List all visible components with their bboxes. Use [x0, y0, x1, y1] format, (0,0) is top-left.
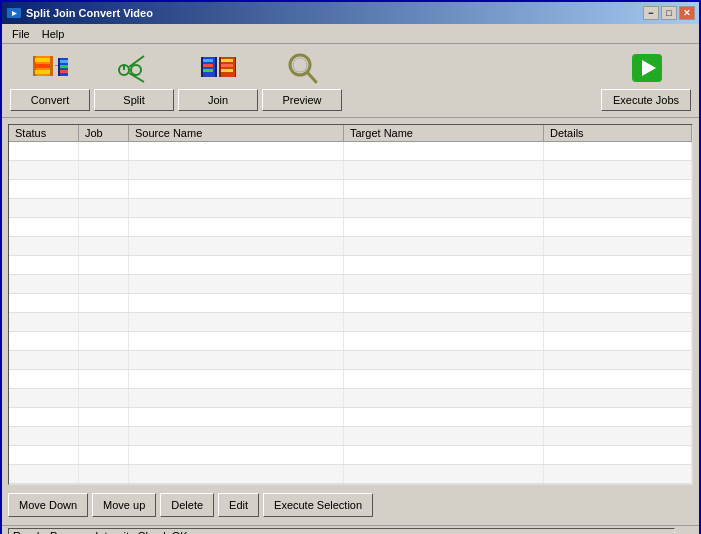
table-cell [544, 218, 692, 236]
table-cell [129, 465, 344, 483]
close-button[interactable]: ✕ [679, 6, 695, 20]
table-cell [344, 237, 544, 255]
move-down-button[interactable]: Move Down [8, 493, 88, 517]
status-text: Ready. Program Integrity Check OK. [8, 528, 675, 535]
execute-jobs-tool: Execute Jobs [601, 50, 691, 111]
execute-jobs-button[interactable]: Execute Jobs [601, 89, 691, 111]
svg-point-33 [293, 58, 307, 72]
table-row[interactable] [9, 275, 692, 294]
table-cell [544, 408, 692, 426]
table-row[interactable] [9, 427, 692, 446]
table-cell [344, 351, 544, 369]
svg-rect-21 [201, 57, 203, 77]
move-up-button[interactable]: Move up [92, 493, 156, 517]
status-bar: Ready. Program Integrity Check OK. [2, 525, 699, 534]
svg-line-34 [307, 72, 316, 82]
table-cell [544, 199, 692, 217]
table-row[interactable] [9, 351, 692, 370]
svg-rect-14 [60, 70, 68, 73]
table-row[interactable] [9, 408, 692, 427]
table-row[interactable] [9, 256, 692, 275]
table-cell [544, 161, 692, 179]
table-row[interactable] [9, 465, 692, 484]
table-cell [9, 294, 79, 312]
preview-button[interactable]: Preview [262, 89, 342, 111]
table-row[interactable] [9, 370, 692, 389]
table-cell [129, 180, 344, 198]
convert-tool: → Convert [10, 50, 90, 111]
table-row[interactable] [9, 294, 692, 313]
table-row[interactable] [9, 446, 692, 465]
table-cell [129, 351, 344, 369]
table-cell [79, 427, 129, 445]
svg-rect-13 [60, 65, 68, 68]
table-row[interactable] [9, 199, 692, 218]
split-button[interactable]: Split [94, 89, 174, 111]
svg-rect-31 [221, 69, 233, 72]
table-cell [129, 389, 344, 407]
table-row[interactable] [9, 389, 692, 408]
execute-btn-inner: Execute Jobs [601, 50, 691, 111]
resize-grip[interactable] [679, 529, 693, 535]
bottom-buttons: Move Down Move up Delete Edit Execute Se… [8, 491, 693, 519]
table-row[interactable] [9, 142, 692, 161]
table-cell [344, 332, 544, 350]
table-cell [344, 465, 544, 483]
table-cell [544, 370, 692, 388]
table-cell [129, 218, 344, 236]
split-tool: Split [94, 50, 174, 111]
svg-rect-6 [35, 64, 50, 68]
menu-help[interactable]: Help [36, 26, 71, 42]
table-cell [79, 218, 129, 236]
execute-selection-button[interactable]: Execute Selection [263, 493, 373, 517]
split-svg-icon [116, 50, 152, 86]
table-cell [79, 370, 129, 388]
table-cell [79, 256, 129, 274]
table-row[interactable] [9, 161, 692, 180]
table-cell [79, 180, 129, 198]
table-cell [129, 256, 344, 274]
content-area: Status Job Source Name Target Name Detai… [2, 118, 699, 525]
table-cell [344, 427, 544, 445]
table-row[interactable] [9, 218, 692, 237]
edit-button[interactable]: Edit [218, 493, 259, 517]
table-cell [9, 332, 79, 350]
svg-point-16 [131, 65, 141, 75]
table-cell [544, 256, 692, 274]
svg-rect-7 [35, 70, 50, 74]
table-cell [544, 351, 692, 369]
table-cell [544, 313, 692, 331]
table-cell [9, 161, 79, 179]
maximize-button[interactable]: □ [661, 6, 677, 20]
table-row[interactable] [9, 313, 692, 332]
table-cell [79, 294, 129, 312]
join-button[interactable]: Join [178, 89, 258, 111]
table-cell [544, 237, 692, 255]
convert-button[interactable]: Convert [10, 89, 90, 111]
table-cell [9, 142, 79, 160]
svg-rect-5 [35, 58, 50, 62]
convert-icon: → [32, 50, 68, 86]
table-cell [9, 180, 79, 198]
table-cell [344, 275, 544, 293]
table-row[interactable] [9, 332, 692, 351]
svg-rect-29 [221, 59, 233, 62]
table-cell [344, 199, 544, 217]
table-cell [9, 389, 79, 407]
minimize-button[interactable]: − [643, 6, 659, 20]
table-cell [79, 237, 129, 255]
table-cell [544, 332, 692, 350]
header-source: Source Name [129, 125, 344, 141]
table-cell [129, 142, 344, 160]
delete-button[interactable]: Delete [160, 493, 214, 517]
table-cell [344, 389, 544, 407]
header-status: Status [9, 125, 79, 141]
table-row[interactable] [9, 180, 692, 199]
table-cell [9, 237, 79, 255]
table-cell [9, 256, 79, 274]
table-cell [344, 142, 544, 160]
table-cell [129, 332, 344, 350]
table-row[interactable] [9, 237, 692, 256]
menu-file[interactable]: File [6, 26, 36, 42]
table-cell [9, 408, 79, 426]
